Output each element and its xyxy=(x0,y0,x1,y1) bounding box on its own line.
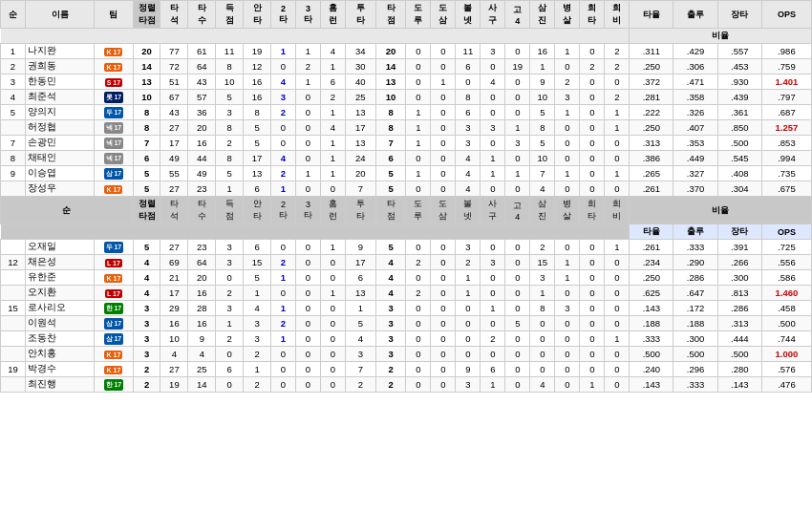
hits-cell: 4 xyxy=(244,301,271,316)
hbp-cell: 0 xyxy=(481,136,505,151)
name-cell: 채은성 xyxy=(25,255,94,270)
ops-cell: .759 xyxy=(761,59,811,75)
team-cell: K 17 xyxy=(95,347,133,362)
pts2-cell: 13 xyxy=(375,75,406,90)
sac-cell: 0 xyxy=(505,90,530,105)
misc-cell: 0 xyxy=(580,105,605,120)
rbi2-cell: 4 xyxy=(345,331,375,347)
col-h: 타수 xyxy=(188,1,216,29)
hbp-cell: 0 xyxy=(481,105,505,120)
misc2-cell: 0 xyxy=(605,286,630,301)
col-r: 득점 xyxy=(216,1,244,29)
r-cell: 1 xyxy=(216,181,244,197)
slg-cell: .313 xyxy=(717,316,761,331)
team-cell: 넥 17 xyxy=(95,136,133,151)
slg-cell: .453 xyxy=(717,59,761,75)
obp-cell: .471 xyxy=(673,75,717,90)
hr-cell: 4 xyxy=(320,44,345,59)
pts2-cell: 5 xyxy=(375,166,406,181)
hits-cell: 1 xyxy=(244,362,271,377)
ab-cell: 55 xyxy=(160,166,188,181)
dp-cell: 10 xyxy=(530,90,555,105)
rbi2-cell: 17 xyxy=(345,120,375,136)
hr-cell: 0 xyxy=(320,181,345,197)
hr-cell: 0 xyxy=(320,377,345,393)
ops-cell: 1.460 xyxy=(761,286,811,301)
pts-cell: 4 xyxy=(133,255,160,270)
dp-cell: 5 xyxy=(530,136,555,151)
bb-cell: 9 xyxy=(456,362,481,377)
avg-cell: .234 xyxy=(630,255,673,270)
hits-cell: 5 xyxy=(244,120,271,136)
dp-cell: 0 xyxy=(530,316,555,331)
2b-cell: 2 xyxy=(270,316,295,331)
r-cell: 11 xyxy=(216,44,244,59)
team-badge: 한 17 xyxy=(104,303,124,314)
ops-cell: .586 xyxy=(761,270,811,286)
cs-cell: 0 xyxy=(431,377,456,393)
avg-cell: .250 xyxy=(630,120,673,136)
err-cell: 1 xyxy=(555,270,580,286)
player-row: 8 채태인 넥 17 6 49 44 8 17 4 0 1 24 6 0 0 4… xyxy=(1,151,812,166)
bb-cell: 11 xyxy=(456,44,481,59)
team-cell: K 17 xyxy=(95,181,133,197)
ratio-header-row: 비율 xyxy=(1,29,812,44)
hits-cell: 2 xyxy=(244,347,271,362)
slg-cell: .286 xyxy=(717,301,761,316)
col-rbi2: 투타 xyxy=(345,1,375,29)
obp-cell: .172 xyxy=(673,301,717,316)
sac-cell: 0 xyxy=(505,255,530,270)
avg-cell: .311 xyxy=(630,44,673,59)
pts2-cell: 14 xyxy=(375,59,406,75)
player-row: 허정협 넥 17 8 27 20 8 5 0 0 4 17 8 1 0 3 3 … xyxy=(1,120,812,136)
cs-cell: 1 xyxy=(431,75,456,90)
2b-cell: 0 xyxy=(270,286,295,301)
pts-cell: 5 xyxy=(133,166,160,181)
cs-cell: 0 xyxy=(431,286,456,301)
col-sac: 고4 xyxy=(505,1,530,29)
rbi2-cell: 24 xyxy=(345,151,375,166)
2b-cell: 2 xyxy=(270,255,295,270)
sb-cell: 1 xyxy=(406,136,431,151)
sb-cell: 0 xyxy=(406,331,431,347)
cs-cell: 0 xyxy=(431,44,456,59)
hr-cell: 1 xyxy=(320,286,345,301)
rbi2-cell: 6 xyxy=(345,270,375,286)
pts2-cell: 4 xyxy=(375,270,406,286)
col-2b: 2타 xyxy=(270,1,295,29)
ops-cell: .853 xyxy=(761,136,811,151)
hbp-cell: 1 xyxy=(481,166,505,181)
ab-cell: 43 xyxy=(160,105,188,120)
hr-cell: 6 xyxy=(320,75,345,90)
hr-cell: 4 xyxy=(320,120,345,136)
sac-cell: 0 xyxy=(505,362,530,377)
2b-cell: 1 xyxy=(270,44,295,59)
sb-cell: 0 xyxy=(406,301,431,316)
col-obp: 출루 xyxy=(673,1,717,29)
misc-cell: 0 xyxy=(580,316,605,331)
sb-cell: 0 xyxy=(406,362,431,377)
obp-cell: .290 xyxy=(673,255,717,270)
ab-cell: 4 xyxy=(160,347,188,362)
hits-cell: 17 xyxy=(244,151,271,166)
rank-cell xyxy=(1,240,26,255)
pts2-cell: 2 xyxy=(375,377,406,393)
ops-cell: .476 xyxy=(761,377,811,393)
2b-cell: 1 xyxy=(270,181,295,197)
rbi2-cell: 20 xyxy=(345,166,375,181)
misc2-cell: 0 xyxy=(605,316,630,331)
rbi2-cell: 25 xyxy=(345,90,375,105)
team-cell: 삼 17 xyxy=(95,331,133,347)
player-row: 3 한동민 S 17 13 51 43 10 16 4 1 6 40 13 0 … xyxy=(1,75,812,90)
h-cell: 16 xyxy=(188,286,216,301)
cs-cell: 0 xyxy=(431,301,456,316)
hr-cell: 1 xyxy=(320,136,345,151)
name-cell: 손광민 xyxy=(25,136,94,151)
err-cell: 0 xyxy=(555,120,580,136)
slg-cell: .500 xyxy=(717,136,761,151)
hits-cell: 3 xyxy=(244,316,271,331)
col-pts2: 타점 xyxy=(375,1,406,29)
player-row: 유한준 K 17 4 21 20 0 5 1 0 0 6 4 0 0 1 0 0… xyxy=(1,270,812,286)
sb-cell: 0 xyxy=(406,59,431,75)
slg-cell: .408 xyxy=(717,166,761,181)
